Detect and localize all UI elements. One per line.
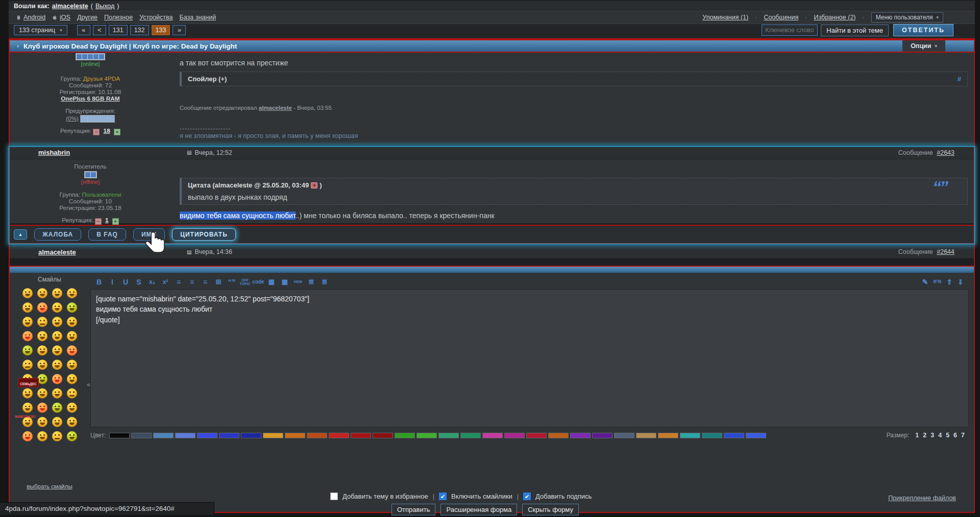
- choose-smileys-link[interactable]: выбрать смайлы: [12, 483, 87, 489]
- color-swatch[interactable]: [241, 433, 261, 438]
- page-133-button-active[interactable]: 133: [152, 25, 170, 35]
- keyword-search-input[interactable]: [762, 25, 818, 36]
- nav-item-mentions[interactable]: Упоминания (1): [702, 14, 748, 21]
- smiley-icon[interactable]: [22, 317, 33, 327]
- page-prev-button[interactable]: <: [93, 25, 106, 35]
- reputation-value[interactable]: 1: [105, 217, 109, 224]
- page-131-button[interactable]: 131: [109, 25, 128, 35]
- smiley-icon[interactable]: [22, 360, 33, 370]
- smiley-icon[interactable]: [37, 331, 47, 341]
- hide-form-button[interactable]: Скрыть форму: [522, 504, 579, 515]
- smiley-icon[interactable]: [67, 388, 77, 398]
- font-size-option[interactable]: 6: [953, 432, 957, 439]
- device-link[interactable]: OnePlus 6 8GB RAM: [61, 95, 119, 102]
- smiley-icon[interactable]: [67, 403, 77, 413]
- color-swatch[interactable]: [438, 433, 459, 438]
- message-id-link[interactable]: #2644: [937, 248, 954, 255]
- logout-link[interactable]: Выход: [95, 3, 114, 10]
- smiley-icon[interactable]: [67, 374, 77, 384]
- color-swatch[interactable]: [724, 433, 744, 438]
- spoiler-icon[interactable]: ▩: [278, 278, 291, 286]
- nav-item-other[interactable]: Другие: [77, 14, 97, 21]
- smiley-icon[interactable]: [37, 288, 47, 298]
- smiley-icon[interactable]: [67, 431, 77, 441]
- nav-item-knowledge-base[interactable]: База знаний: [180, 14, 216, 21]
- reputation-plus-button[interactable]: +: [112, 218, 119, 225]
- color-swatch[interactable]: [592, 433, 612, 438]
- to-faq-button[interactable]: В FAQ: [88, 228, 126, 241]
- color-swatch[interactable]: [307, 433, 327, 438]
- smiley-icon[interactable]: [22, 431, 33, 441]
- underline-icon[interactable]: U: [119, 278, 132, 286]
- nav-item-ios[interactable]: iOS: [52, 14, 70, 21]
- color-swatch[interactable]: [548, 433, 569, 438]
- smiley-icon[interactable]: [52, 417, 62, 427]
- smiley-icon[interactable]: [37, 317, 47, 327]
- align-right-icon[interactable]: ≡: [199, 278, 212, 286]
- reputation-minus-button[interactable]: −: [95, 218, 102, 225]
- smiley-banner-icon[interactable]: СЕМЬДЕС: [18, 378, 39, 387]
- smiley-icon[interactable]: [22, 288, 33, 298]
- color-swatch[interactable]: [373, 433, 393, 438]
- strikethrough-icon[interactable]: S: [132, 278, 145, 286]
- align-left-icon[interactable]: ≡: [172, 278, 185, 286]
- image-icon[interactable]: ▦: [265, 278, 278, 286]
- color-swatch[interactable]: [395, 433, 415, 438]
- enable-smileys-checkbox[interactable]: ✔: [439, 492, 447, 500]
- font-size-option[interactable]: 7: [961, 432, 965, 439]
- color-swatch[interactable]: [460, 433, 481, 438]
- color-swatch[interactable]: [351, 433, 371, 438]
- color-swatch[interactable]: [329, 433, 349, 438]
- color-swatch[interactable]: [570, 433, 591, 438]
- quote-button[interactable]: ЦИТИРОВАТЬ: [172, 228, 236, 241]
- smiley-icon[interactable]: [37, 302, 47, 313]
- goto-quoted-post-icon[interactable]: +: [311, 182, 317, 189]
- font-size-option[interactable]: 4: [938, 432, 942, 439]
- smiley-icon[interactable]: [52, 403, 62, 413]
- nav-item-messages[interactable]: Сообщения: [764, 14, 798, 21]
- smiley-icon[interactable]: [67, 331, 77, 341]
- pages-select[interactable]: 133 страниц ▾: [14, 25, 67, 35]
- bullet-list-icon[interactable]: ≣: [305, 278, 318, 286]
- link-icon[interactable]: ⊞: [212, 278, 225, 286]
- numbered-list-icon[interactable]: ≣: [318, 278, 331, 286]
- font-size-option[interactable]: 3: [930, 432, 934, 439]
- spoiler-header[interactable]: Спойлер (+): [188, 75, 227, 83]
- add-signature-checkbox[interactable]: ✔: [523, 492, 531, 500]
- insert-name-button[interactable]: ИМЯ: [133, 228, 165, 241]
- color-swatch[interactable]: [658, 433, 678, 438]
- smiley-icon[interactable]: [67, 345, 77, 356]
- smiley-icon[interactable]: [52, 360, 62, 370]
- superscript-icon[interactable]: x²: [159, 279, 172, 286]
- smiley-icon[interactable]: [22, 417, 33, 427]
- permalink-hash-link[interactable]: #: [958, 75, 961, 83]
- hide-icon[interactable]: HIDE: [291, 280, 305, 284]
- font-size-option[interactable]: 5: [946, 432, 949, 439]
- reply-button[interactable]: ОТВЕТИТЬ: [893, 24, 953, 36]
- color-swatch[interactable]: [109, 433, 130, 438]
- page-132-button[interactable]: 132: [130, 25, 149, 35]
- color-swatch[interactable]: [131, 433, 152, 438]
- smiley-icon[interactable]: [67, 302, 77, 313]
- smiley-icon[interactable]: [67, 360, 77, 370]
- color-swatch[interactable]: [614, 433, 634, 438]
- user-menu-dropdown[interactable]: Меню пользователя ▾: [871, 12, 943, 22]
- smiley-icon[interactable]: [52, 331, 62, 341]
- current-user-link[interactable]: almaceleste: [52, 3, 88, 10]
- reputation-minus-button[interactable]: −: [93, 129, 100, 135]
- smiley-icon[interactable]: [22, 331, 33, 341]
- page-next-button[interactable]: »: [173, 25, 186, 35]
- translit-icon[interactable]: B²B: [934, 279, 942, 284]
- smiley-icon[interactable]: [52, 345, 62, 356]
- post-author-link[interactable]: mishabrin: [38, 149, 70, 156]
- color-swatch[interactable]: [636, 433, 656, 438]
- color-swatch[interactable]: [526, 433, 547, 438]
- topic-title[interactable]: Клуб игроков Dead by Daylight | Клуб по …: [23, 42, 237, 50]
- collapse-editor-icon[interactable]: ⇑: [947, 278, 953, 286]
- smiley-icon[interactable]: [52, 388, 62, 398]
- page-first-button[interactable]: «: [77, 25, 90, 35]
- quote-bb-icon[interactable]: “”: [225, 278, 238, 286]
- align-center-icon[interactable]: ≡: [185, 278, 199, 286]
- nav-item-useful[interactable]: Полезное: [104, 14, 133, 21]
- nav-item-android[interactable]: Android: [16, 14, 45, 21]
